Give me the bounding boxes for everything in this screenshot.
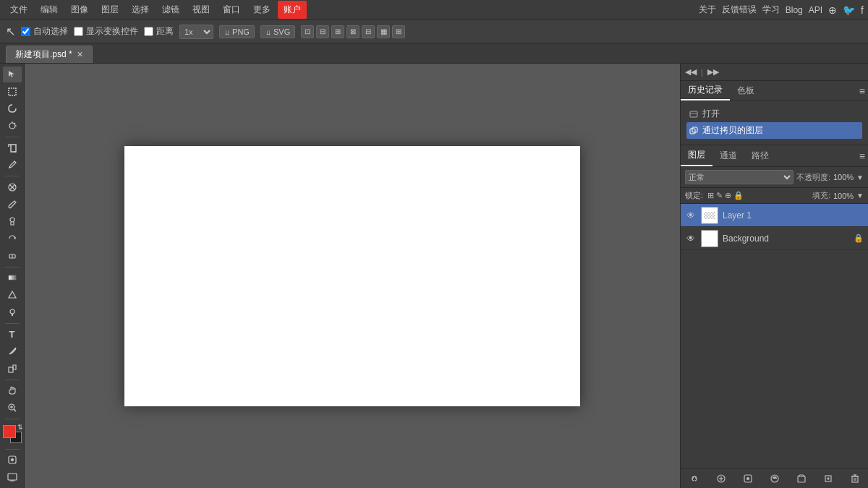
distance-checkbox[interactable] bbox=[144, 27, 153, 36]
move-tool-btn[interactable] bbox=[3, 67, 22, 82]
gradient-btn[interactable] bbox=[3, 270, 22, 286]
menu-edit[interactable]: 编辑 bbox=[35, 1, 64, 19]
blend-mode-select[interactable]: 正常溶解变暗 bbox=[685, 170, 793, 184]
lock-pixels-icon[interactable]: ⊞ bbox=[707, 191, 714, 200]
swap-colors-icon[interactable]: ⇅ bbox=[17, 424, 23, 431]
layer-link-button[interactable] bbox=[687, 471, 702, 486]
menu-window[interactable]: 窗口 bbox=[217, 1, 246, 19]
layers-footer bbox=[681, 468, 868, 488]
opacity-arrow-icon[interactable]: ▼ bbox=[856, 174, 864, 181]
crop-tool-btn[interactable] bbox=[3, 140, 22, 156]
new-layer-button[interactable] bbox=[821, 471, 835, 486]
feedback-link[interactable]: 反馈错误 bbox=[722, 4, 757, 16]
svg-rect-11 bbox=[9, 275, 16, 280]
panels-expand-icon[interactable]: ▶▶ bbox=[707, 67, 719, 77]
layer-item-background[interactable]: 👁 Background 🔒 bbox=[681, 227, 868, 250]
menu-view[interactable]: 视图 bbox=[187, 1, 216, 19]
align-left-icon[interactable]: ⊡ bbox=[301, 25, 314, 38]
menu-right: 关于 反馈错误 学习 Blog API ⊕ 🐦 f bbox=[699, 4, 864, 16]
auto-select-checkbox[interactable] bbox=[21, 27, 30, 36]
layer-1-visibility-icon[interactable]: 👁 bbox=[685, 210, 697, 221]
align-bottom-icon[interactable]: ▦ bbox=[377, 25, 390, 38]
layers-panel-menu-btn[interactable]: ≡ bbox=[859, 150, 865, 162]
show-transform-checkbox[interactable] bbox=[74, 27, 83, 36]
menu-file[interactable]: 文件 bbox=[4, 1, 33, 19]
lock-position-icon[interactable]: ✎ bbox=[716, 191, 723, 200]
zoom-btn[interactable] bbox=[3, 400, 22, 416]
facebook-icon[interactable]: f bbox=[861, 4, 864, 16]
tab-new-project[interactable]: 新建项目.psd * ✕ bbox=[6, 46, 93, 63]
move-tool-icon[interactable]: ↖ bbox=[6, 25, 15, 38]
magic-wand-btn[interactable] bbox=[3, 118, 22, 134]
svg-export-button[interactable]: ↓ ↓ SVG bbox=[260, 25, 295, 38]
lock-artboard-icon[interactable]: ⊕ bbox=[725, 191, 731, 200]
auto-select-label[interactable]: 自动选择 bbox=[21, 25, 68, 38]
background-visibility-icon[interactable]: 👁 bbox=[685, 234, 697, 244]
dodge-btn[interactable] bbox=[3, 304, 22, 320]
reddit-icon[interactable]: ⊕ bbox=[828, 4, 837, 16]
tab-swatches[interactable]: 色板 bbox=[730, 82, 762, 100]
layer-style-button[interactable] bbox=[714, 471, 728, 486]
api-link[interactable]: API bbox=[809, 5, 822, 15]
foreground-color-swatch[interactable] bbox=[3, 425, 16, 438]
history-brush-btn[interactable] bbox=[3, 231, 22, 247]
history-item-copy-layer[interactable]: 通过拷贝的图层 bbox=[686, 122, 862, 139]
tab-paths[interactable]: 路径 bbox=[744, 146, 776, 166]
eraser-btn[interactable] bbox=[3, 248, 22, 264]
eyedropper-btn[interactable] bbox=[3, 157, 22, 173]
history-panel-menu-btn[interactable]: ≡ bbox=[859, 85, 865, 97]
svg-rect-38 bbox=[852, 476, 858, 482]
opacity-value[interactable]: 100% bbox=[833, 173, 854, 181]
hand-btn[interactable] bbox=[3, 382, 22, 398]
menu-more[interactable]: 更多 bbox=[247, 1, 276, 19]
zoom-select[interactable]: 1x2x0.5x bbox=[179, 25, 213, 39]
menu-select[interactable]: 选择 bbox=[126, 1, 155, 19]
align-right-icon[interactable]: ⊞ bbox=[331, 25, 344, 38]
lock-all-icon[interactable]: 🔒 bbox=[733, 191, 744, 200]
learn-link[interactable]: 学习 bbox=[762, 4, 780, 16]
distribute-icon[interactable]: ⊞ bbox=[392, 25, 405, 38]
new-fill-layer-button[interactable] bbox=[767, 471, 782, 486]
lasso-tool-btn[interactable] bbox=[3, 100, 22, 116]
show-transform-label[interactable]: 显示变换控件 bbox=[74, 25, 138, 38]
svg-rect-15 bbox=[9, 367, 13, 372]
twitter-icon[interactable]: 🐦 bbox=[843, 4, 855, 16]
tab-layers[interactable]: 图层 bbox=[681, 145, 712, 166]
menu-image[interactable]: 图像 bbox=[65, 1, 94, 19]
blur-btn[interactable] bbox=[3, 287, 22, 303]
history-panel-body: 打开 通过拷贝的图层 bbox=[681, 101, 868, 145]
select-tool-btn[interactable] bbox=[3, 84, 22, 100]
stamp-btn[interactable] bbox=[3, 213, 22, 229]
align-top-icon[interactable]: ⊠ bbox=[346, 25, 359, 38]
menu-filter[interactable]: 滤镜 bbox=[156, 1, 185, 19]
tab-channels[interactable]: 通道 bbox=[712, 146, 744, 166]
layer-mask-button[interactable] bbox=[741, 471, 755, 486]
align-center-icon[interactable]: ⊟ bbox=[316, 25, 329, 38]
pen-btn[interactable] bbox=[3, 343, 22, 359]
tab-close-button[interactable]: ✕ bbox=[77, 50, 83, 59]
background-thumbnail bbox=[701, 230, 718, 247]
panels-collapse-icon[interactable]: ◀◀ bbox=[685, 67, 697, 77]
shape-btn[interactable] bbox=[3, 361, 22, 377]
about-link[interactable]: 关于 bbox=[699, 4, 716, 16]
text-btn[interactable]: T bbox=[3, 326, 22, 342]
screen-mode-btn[interactable] bbox=[3, 469, 22, 485]
menu-layer[interactable]: 图层 bbox=[95, 1, 124, 19]
healing-btn[interactable] bbox=[3, 179, 22, 195]
new-group-button[interactable] bbox=[794, 471, 809, 486]
fill-arrow-icon[interactable]: ▼ bbox=[856, 192, 864, 200]
align-middle-icon[interactable]: ⊟ bbox=[362, 25, 375, 38]
tab-history[interactable]: 历史记录 bbox=[681, 81, 730, 100]
layer-item-1[interactable]: 👁 Layer 1 bbox=[681, 204, 868, 227]
canvas-area[interactable] bbox=[25, 64, 680, 488]
blog-link[interactable]: Blog bbox=[786, 5, 803, 15]
brush-btn[interactable] bbox=[3, 197, 22, 213]
png-export-button[interactable]: ↓ ↓ PNG bbox=[219, 25, 255, 38]
history-item-open[interactable]: 打开 bbox=[686, 106, 862, 122]
mask-btn[interactable] bbox=[3, 453, 22, 468]
menu-account[interactable]: 账户 bbox=[278, 1, 307, 19]
history-panel: 历史记录 色板 ≡ 打开 通过拷贝的图层 bbox=[681, 81, 868, 145]
layers-panel: 图层 通道 路径 ≡ 正常溶解变暗 不透明度: 100% ▼ 锁定: bbox=[681, 145, 868, 488]
delete-layer-button[interactable] bbox=[848, 471, 862, 486]
fill-value[interactable]: 100% bbox=[833, 192, 854, 200]
